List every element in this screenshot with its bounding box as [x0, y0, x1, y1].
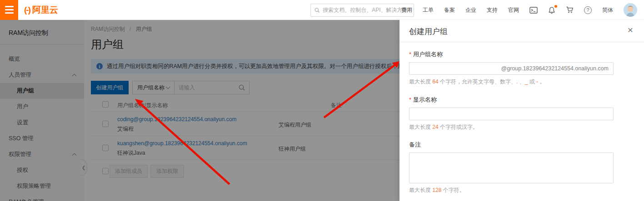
drawer-title: 创建用户组	[409, 26, 448, 37]
create-user-group-drawer: 创建用户组 × *用户组名称 @group.1823964232124554.o…	[399, 20, 644, 201]
nav-icp[interactable]: 备案	[444, 6, 455, 14]
hamburger-menu-button[interactable]	[0, 0, 18, 20]
search-icon	[315, 7, 320, 13]
aliyun-logo[interactable]: (-) 阿里云	[24, 4, 58, 16]
aliyun-logo-text: 阿里云	[32, 4, 58, 16]
nav-tickets[interactable]: 工单	[423, 6, 434, 14]
note-textarea[interactable]	[409, 152, 614, 183]
notification-badge	[554, 5, 557, 8]
user-avatar[interactable]	[624, 3, 637, 17]
group-name-input[interactable]: @group.1823964232124554.onaliyun.com	[409, 62, 614, 75]
group-name-hint: 最大长度 64 个字符，允许英文字母、数字、. 、_ 或 - 。	[409, 78, 614, 86]
required-asterisk: *	[409, 51, 411, 58]
nav-enterprise[interactable]: 企业	[465, 6, 476, 14]
close-icon[interactable]: ×	[628, 25, 633, 34]
global-search-placeholder: 搜索文档、控制台、API、解决方案和资源	[323, 6, 410, 14]
modal-backdrop[interactable]	[0, 20, 399, 201]
display-name-input[interactable]	[409, 108, 614, 120]
top-nav-bar: (-) 阿里云 搜索文档、控制台、API、解决方案和资源 费用 工单 备案 企业…	[0, 0, 644, 20]
note-label: 备注	[409, 141, 614, 149]
group-name-label: *用户组名称	[409, 50, 614, 59]
help-icon[interactable]: ?	[584, 6, 592, 14]
nav-official-site[interactable]: 官网	[508, 6, 519, 14]
global-search-input[interactable]: 搜索文档、控制台、API、解决方案和资源	[310, 4, 414, 17]
required-asterisk: *	[409, 96, 411, 103]
cloudshell-icon[interactable]	[529, 7, 538, 14]
nav-support[interactable]: 支持	[487, 6, 498, 14]
language-switcher[interactable]: 简体	[602, 6, 613, 14]
aliyun-logo-bracket-icon: (-)	[24, 5, 30, 15]
nav-billing[interactable]: 费用	[401, 6, 412, 14]
display-name-label: *显示名称	[409, 96, 614, 104]
group-name-domain-suffix: @group.1823964232124554.onaliyun.com	[501, 65, 609, 72]
display-name-hint: 最大长度 24 个字符或汉字。	[409, 123, 614, 131]
notifications-bell-icon[interactable]	[548, 6, 555, 14]
note-hint: 最大长度 128 个字符。	[409, 186, 614, 194]
cart-icon[interactable]	[566, 6, 574, 14]
